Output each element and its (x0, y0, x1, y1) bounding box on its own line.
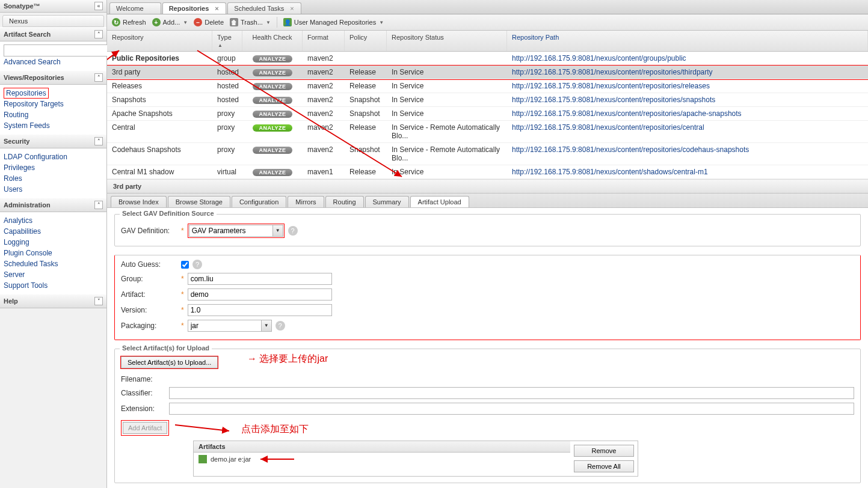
table-row[interactable]: Central M1 shadowvirtualANALYZEmaven1Rel… (107, 165, 868, 179)
chevron-up-icon[interactable]: ˄ (94, 73, 103, 82)
chevron-down-icon[interactable]: ▼ (273, 225, 283, 237)
detail-tab-browse-index[interactable]: Browse Index (111, 196, 167, 207)
sidebar-collapse-icon[interactable]: « (94, 2, 103, 10)
table-row[interactable]: SnapshotshostedANALYZEmaven2SnapshotIn S… (107, 93, 868, 107)
analyze-button[interactable]: ANALYZE (253, 55, 292, 63)
col-path[interactable]: Repository Path (507, 31, 868, 51)
detail-tab-summary[interactable]: Summary (365, 196, 409, 207)
table-row[interactable]: CentralproxyANALYZEmaven2ReleaseIn Servi… (107, 121, 868, 143)
col-status[interactable]: Repository Status (387, 31, 507, 51)
analyze-button[interactable]: ANALYZE (253, 124, 292, 132)
repo-path-link[interactable]: http://192.168.175.9:8081/nexus/content/… (507, 79, 868, 93)
sidebar-item-ldap[interactable]: LDAP Configuration (4, 151, 103, 162)
table-row[interactable]: Codehaus SnapshotsproxyANALYZEmaven2Snap… (107, 143, 868, 165)
repo-path-link[interactable]: http://192.168.175.9:8081/nexus/content/… (507, 93, 868, 106)
gav-definition-select[interactable] (189, 225, 273, 237)
artifact-label: Artifact: (121, 290, 181, 299)
help-icon[interactable]: ? (288, 226, 298, 236)
col-policy[interactable]: Policy (345, 31, 387, 51)
sidebar-item-users[interactable]: Users (4, 184, 103, 195)
classifier-label: Classifier: (121, 389, 169, 397)
security-panel-header[interactable]: Security ˄ (0, 134, 106, 148)
group-input[interactable] (188, 273, 332, 285)
group-label: Group: (121, 275, 181, 283)
add-button[interactable]: +Add...▼ (152, 18, 188, 26)
repo-path-link[interactable]: http://192.168.175.9:8081/nexus/content/… (507, 52, 868, 65)
help-panel-header[interactable]: Help ˅ (0, 294, 106, 308)
sidebar-item-scheduled-tasks[interactable]: Scheduled Tasks (4, 258, 103, 269)
chevron-up-icon[interactable]: ˄ (94, 137, 103, 145)
artifacts-header: Artifacts (194, 441, 570, 453)
select-artifacts-button[interactable]: Select Artifact(s) to Upload... (121, 356, 218, 368)
nexus-tab[interactable]: Nexus (2, 15, 104, 27)
sidebar-item-logging[interactable]: Logging (4, 237, 103, 248)
help-icon[interactable]: ? (192, 260, 202, 269)
trash-button[interactable]: 🗑Trash...▼ (230, 18, 271, 26)
remove-all-button[interactable]: Remove All (574, 460, 634, 472)
col-repository[interactable]: Repository (107, 31, 212, 51)
analyze-button[interactable]: ANALYZE (253, 147, 292, 154)
repo-path-link[interactable]: http://192.168.175.9:8081/nexus/content/… (507, 107, 868, 120)
close-icon[interactable]: × (215, 5, 222, 12)
detail-tab-routing[interactable]: Routing (325, 196, 364, 207)
analyze-button[interactable]: ANALYZE (253, 169, 292, 176)
artifact-input[interactable] (188, 288, 332, 300)
tab-scheduled-tasks[interactable]: Scheduled Tasks× (227, 2, 301, 14)
col-health[interactable]: Health Check (242, 31, 303, 51)
sidebar-item-analytics[interactable]: Analytics (4, 215, 103, 226)
classifier-input[interactable] (169, 387, 854, 399)
tab-welcome[interactable]: Welcome (109, 2, 161, 14)
sidebar-item-support-tools[interactable]: Support Tools (4, 280, 103, 291)
detail-tab-browse-storage[interactable]: Browse Storage (168, 196, 230, 207)
repo-path-link[interactable]: http://192.168.175.9:8081/nexus/content/… (507, 143, 868, 165)
artifact-list-item[interactable]: demo.jar e:jar (194, 453, 570, 466)
help-icon[interactable]: ? (275, 321, 285, 331)
version-input[interactable] (188, 304, 332, 316)
delete-button[interactable]: −Delete (194, 18, 224, 26)
add-artifact-button[interactable]: Add Artifact (123, 422, 167, 434)
table-row[interactable]: Public RepositoriesgroupANALYZEmaven2htt… (107, 52, 868, 66)
remove-button[interactable]: Remove (574, 445, 634, 457)
sidebar-item-capabilities[interactable]: Capabilities (4, 226, 103, 237)
table-row[interactable]: ReleaseshostedANALYZEmaven2ReleaseIn Ser… (107, 79, 868, 93)
analyze-button[interactable]: ANALYZE (253, 111, 292, 118)
extension-input[interactable] (169, 403, 854, 415)
user-repos-button[interactable]: 👤User Managed Repositories▼ (283, 18, 384, 26)
advanced-search-link[interactable]: Advanced Search (4, 56, 103, 67)
sidebar-item-roles[interactable]: Roles (4, 173, 103, 184)
detail-tab-artifact-upload[interactable]: Artifact Upload (410, 196, 469, 207)
detail-tab-mirrors[interactable]: Mirrors (288, 196, 324, 207)
col-type[interactable]: Type ▲ (212, 31, 242, 51)
sidebar-item-plugin-console[interactable]: Plugin Console (4, 248, 103, 258)
tab-repositories[interactable]: Repositories× (162, 2, 227, 14)
search-panel-header[interactable]: Artifact Search ˄ (0, 27, 106, 41)
packaging-select[interactable] (188, 320, 262, 332)
repo-path-link[interactable]: http://192.168.175.9:8081/nexus/content/… (507, 121, 868, 142)
analyze-button[interactable]: ANALYZE (253, 83, 292, 90)
chevron-up-icon[interactable]: ˄ (94, 201, 103, 209)
sidebar-item-server[interactable]: Server (4, 269, 103, 280)
analyze-button[interactable]: ANALYZE (253, 69, 292, 76)
search-input[interactable] (4, 44, 110, 56)
sidebar-item-privileges[interactable]: Privileges (4, 162, 103, 173)
sidebar-item-repo-targets[interactable]: Repository Targets (4, 99, 103, 109)
repo-path-link[interactable]: http://192.168.175.9:8081/nexus/content/… (507, 66, 868, 79)
analyze-button[interactable]: ANALYZE (253, 97, 292, 104)
refresh-button[interactable]: ↻Refresh (112, 18, 146, 26)
auto-guess-checkbox[interactable] (181, 261, 189, 269)
sidebar-item-system-feeds[interactable]: System Feeds (4, 120, 103, 131)
views-panel-header[interactable]: Views/Repositories ˄ (0, 70, 106, 85)
chevron-up-icon[interactable]: ˄ (94, 30, 103, 38)
detail-tab-configuration[interactable]: Configuration (232, 196, 286, 207)
admin-panel-header[interactable]: Administration ˄ (0, 198, 106, 212)
sidebar-item-repositories[interactable]: Repositories (4, 88, 49, 99)
repo-path-link[interactable]: http://192.168.175.9:8081/nexus/content/… (507, 165, 868, 178)
close-icon[interactable]: × (290, 5, 297, 12)
chevron-down-icon[interactable]: ˅ (94, 297, 103, 305)
sidebar-item-routing[interactable]: Routing (4, 109, 103, 120)
table-row[interactable]: Apache SnapshotsproxyANALYZEmaven2Snapsh… (107, 107, 868, 121)
table-row[interactable]: 3rd partyhostedANALYZEmaven2ReleaseIn Se… (107, 66, 868, 79)
chevron-down-icon[interactable]: ▼ (262, 320, 272, 332)
col-format[interactable]: Format (303, 31, 345, 51)
brand-header: Sonatype™ « (0, 0, 106, 13)
